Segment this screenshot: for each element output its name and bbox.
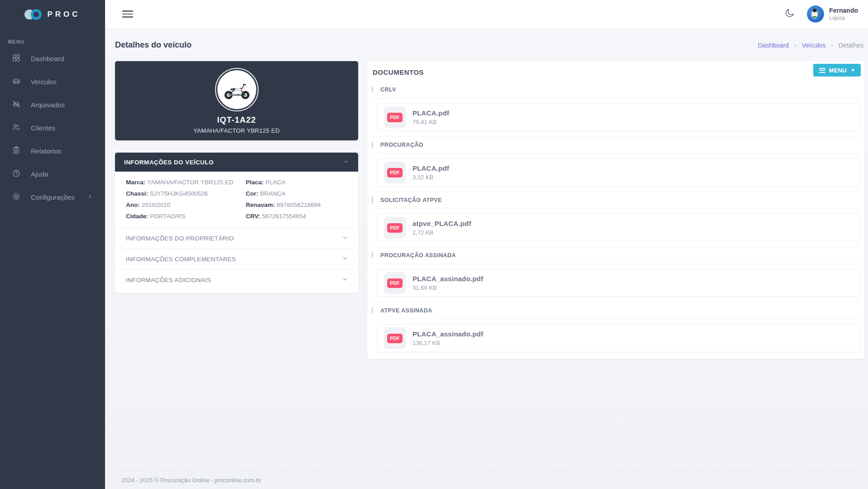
file-size: 79,41 KB: [412, 119, 449, 125]
dashboard-grid-icon: [12, 53, 21, 64]
file-item-solicitacao-atpve[interactable]: PDF atpve_PLACA.pdf 2,72 KB: [377, 214, 860, 242]
pdf-badge: PDF: [387, 113, 403, 122]
page-title: Detalhes do veículo: [115, 40, 192, 50]
field-crv: CRV: 5672617554654: [246, 213, 347, 220]
breadcrumb-veiculos[interactable]: Veículos: [801, 42, 825, 49]
vehicle-photo: [217, 70, 256, 109]
field-cor: Cor: BRANCA: [246, 190, 347, 197]
documents-column: MENU DOCUMENTOS CRLV PDF: [367, 61, 864, 359]
user-info: Fernando Lojista: [829, 7, 858, 21]
doc-file-row: PDF PLACA.pdf 3,32 KB: [372, 153, 860, 192]
group-label: PROCURAÇÃO ASSINADA: [380, 252, 456, 259]
doc-file-row: PDF PLACA_assinado.pdf 31,69 KB: [372, 264, 860, 302]
sidebar-item-label: Dashboard: [31, 55, 64, 62]
sidebar-item-veiculos[interactable]: Veículos: [0, 70, 105, 93]
vehicle-info-accordion-header[interactable]: INFORMAÇÕES DO VEÍCULO: [115, 153, 358, 172]
moon-icon: [784, 8, 795, 20]
group-label: ATPVE ASSINADA: [380, 307, 432, 314]
pdf-file-icon: PDF: [384, 272, 406, 294]
brand-name: PROC: [47, 10, 80, 19]
sidebar-item-label: Arquivados: [31, 101, 65, 109]
user-role: Lojista: [829, 15, 858, 21]
file-meta: PLACA.pdf 79,41 KB: [412, 109, 449, 125]
brand-logo[interactable]: PROC: [0, 0, 105, 29]
sidebar-item-label: Configurações: [31, 193, 75, 201]
clipboard-icon: [12, 146, 21, 156]
pdf-badge: PDF: [387, 223, 403, 233]
app-root: PROC MENU Dashboard Veículos Arquivados: [0, 0, 868, 489]
file-meta: PLACA_assinado.pdf 136,17 KB: [412, 330, 483, 346]
chevron-right-icon: [87, 193, 93, 201]
field-ano: Ano: 2010/2010: [126, 201, 246, 208]
file-name: PLACA_assinado.pdf: [412, 330, 483, 338]
doc-file-row: PDF atpve_PLACA.pdf 2,72 KB: [372, 209, 860, 247]
car-off-icon: [12, 100, 21, 110]
vehicle-info-title: INFORMAÇÕES DO VEÍCULO: [124, 159, 214, 166]
chevron-up-icon: [343, 158, 349, 166]
menu-bars-icon: [819, 67, 825, 74]
sidebar-toggle-button[interactable]: [122, 9, 133, 19]
file-meta: PLACA.pdf 3,32 KB: [412, 164, 449, 181]
vehicle-plate: IQT-1A22: [115, 115, 358, 125]
vehicle-column: IQT-1A22 YAMAHA/FACTOR YBR125 ED INFORMA…: [115, 61, 358, 293]
pdf-file-icon: PDF: [384, 327, 406, 349]
sidebar-item-label: Veículos: [31, 78, 57, 86]
group-label: PROCURAÇÃO: [380, 142, 423, 148]
group-label: CRLV: [380, 86, 396, 93]
user-menu[interactable]: Fernando Lojista: [807, 5, 858, 23]
group-marker-bar: [372, 86, 373, 93]
field-placa: Placa: PLACA: [246, 179, 347, 186]
sidebar-item-relatorios[interactable]: Relatorios: [0, 139, 105, 163]
help-circle-icon: [12, 169, 21, 179]
motorcycle-image: [221, 78, 253, 101]
sidebar-item-label: Clientes: [31, 124, 55, 132]
complementary-info-accordion[interactable]: INFORMAÇÕES COMPLEMENTARES: [120, 249, 353, 269]
main-area: Fernando Lojista Detalhes do veículo Das…: [105, 0, 868, 489]
footer-copyright: 2024 - 2025 © Procuração Online - procon…: [121, 477, 261, 484]
file-item-procuracao-assinada[interactable]: PDF PLACA_assinado.pdf 31,69 KB: [377, 269, 860, 297]
field-chassi: Chassi: SJY75HJKG4500526: [126, 190, 246, 197]
file-size: 2,72 KB: [412, 229, 471, 236]
breadcrumb: Dashboard › Veículos › Detalhes: [758, 42, 863, 49]
doc-group-label-solicitacao-atpve: SOLICITAÇÃO ATPVE: [372, 192, 860, 209]
group-marker-bar: [372, 252, 373, 259]
file-meta: atpve_PLACA.pdf 2,72 KB: [412, 220, 471, 236]
documents-menu-button[interactable]: MENU: [813, 64, 861, 77]
sidebar-item-clientes[interactable]: Clientes: [0, 116, 105, 139]
breadcrumb-current: Detalhes: [839, 42, 863, 49]
sidebar-item-label: Ajuda: [31, 170, 48, 178]
documents-title: DOCUMENTOS: [372, 67, 860, 82]
owner-info-accordion[interactable]: INFORMAÇÕES DO PROPRIETÁRIO: [120, 228, 353, 249]
chevron-down-icon: [342, 276, 348, 284]
doc-group-label-procuracao-assinada: PROCURAÇÃO ASSINADA: [372, 247, 860, 264]
breadcrumb-dashboard[interactable]: Dashboard: [758, 42, 789, 49]
accordion-label: INFORMAÇÕES COMPLEMENTARES: [126, 256, 236, 263]
file-name: PLACA_assinado.pdf: [412, 275, 483, 283]
pdf-badge: PDF: [387, 334, 403, 343]
sidebar-item-ajuda[interactable]: Ajuda: [0, 163, 105, 186]
brand-logo-icon: [24, 9, 43, 20]
group-marker-bar: [372, 141, 373, 148]
file-name: PLACA.pdf: [412, 109, 449, 117]
documents-card: MENU DOCUMENTOS CRLV PDF: [367, 61, 864, 359]
chevron-down-icon: [342, 235, 348, 242]
additional-info-accordion[interactable]: INFORMAÇÕES ADICIONAIS: [120, 269, 353, 290]
page-content: Detalhes do veículo Dashboard › Veículos…: [105, 28, 868, 471]
file-name: PLACA.pdf: [412, 164, 449, 172]
sidebar-item-arquivados[interactable]: Arquivados: [0, 93, 105, 116]
vehicle-model: YAMAHA/FACTOR YBR125 ED: [115, 127, 358, 134]
file-meta: PLACA_assinado.pdf 31,69 KB: [412, 275, 483, 291]
file-item-crlv[interactable]: PDF PLACA.pdf 79,41 KB: [377, 103, 860, 131]
file-name: atpve_PLACA.pdf: [412, 220, 471, 227]
file-item-procuracao[interactable]: PDF PLACA.pdf 3,32 KB: [377, 158, 860, 187]
doc-group-label-atpve-assinada: ATPVE ASSINADA: [372, 302, 860, 319]
field-renavam: Renavam: 8978056218694: [246, 201, 347, 208]
file-size: 136,17 KB: [412, 340, 483, 346]
file-item-atpve-assinada[interactable]: PDF PLACA_assinado.pdf 136,17 KB: [377, 324, 860, 352]
dark-mode-toggle[interactable]: [784, 8, 795, 20]
doc-group-label-procuracao: PROCURAÇÃO: [372, 137, 860, 153]
sidebar-item-dashboard[interactable]: Dashboard: [0, 47, 105, 70]
doc-file-row: PDF PLACA_assinado.pdf 136,17 KB: [372, 319, 860, 357]
sidebar-item-configuracoes[interactable]: Configurações: [0, 186, 105, 209]
accordion-label: INFORMAÇÕES ADICIONAIS: [126, 277, 211, 283]
